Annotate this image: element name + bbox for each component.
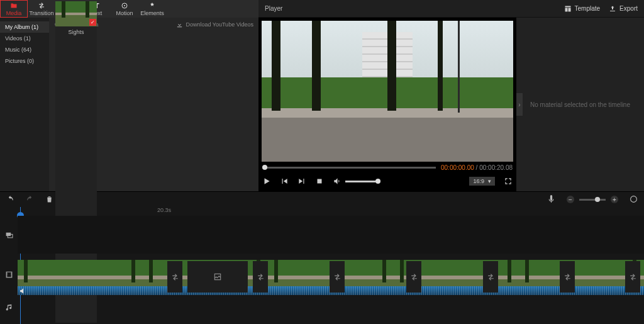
time-total: 00:00:20.08 [479,164,513,171]
tab-label: Motion [116,10,133,16]
overlay-icon [5,231,13,239]
scrub-bar[interactable]: 00:00:00.00 / 00:00:20.08 [262,163,513,172]
sidebar-item-myalbum[interactable]: My Album (1) [0,21,49,33]
module-tabs: Media Transition Effect Text Motion Elem… [0,0,258,18]
tab-motion[interactable]: Motion [111,0,138,18]
player-title: Player [265,5,282,12]
clip-label: Sights [68,29,84,35]
delete-button[interactable] [45,195,53,204]
sidebar-item-pictures[interactable]: Pictures (0) [0,55,49,67]
film-icon [5,271,13,279]
transition-slot[interactable] [167,261,182,293]
volume-control[interactable] [333,177,380,186]
swap-icon [564,273,572,281]
zoom-out-button[interactable]: − [567,196,574,203]
clip-waveform [18,286,160,291]
swap-icon [333,273,341,281]
undo-button[interactable] [6,195,14,204]
media-panel: Media Transition Effect Text Motion Elem… [0,0,258,191]
elements-icon [148,2,157,9]
template-button[interactable]: Template [564,5,601,13]
template-icon [564,5,572,13]
scrub-handle[interactable] [262,165,267,170]
redo-button[interactable] [26,195,34,204]
transition-slot[interactable] [330,261,345,293]
chevron-down-icon: ▾ [488,178,491,184]
next-frame-button[interactable] [297,177,306,186]
folder-icon [9,2,18,9]
tab-media[interactable]: Media [0,0,28,18]
swap-icon [171,273,179,281]
video-track-toggle[interactable] [0,254,18,295]
media-categories: My Album (1) Videos (1) Music (64) Pictu… [0,18,49,191]
transition-slot[interactable] [253,261,268,293]
swap-icon [487,273,495,281]
swap-icon [257,273,265,281]
audio-track-toggle[interactable] [0,295,18,319]
tab-label: Transition [29,10,53,16]
transition-slot[interactable] [625,261,640,293]
sidebar-item-music[interactable]: Music (64) [0,44,49,55]
time-current: 00:00:00.00 [441,164,474,171]
swap-icon [410,273,418,281]
export-button[interactable]: Export [609,5,638,13]
zoom-fit-button[interactable] [630,195,638,204]
transition-slot[interactable] [483,261,498,293]
tab-label: Media [6,10,22,16]
clip-audio-icon[interactable] [19,287,27,291]
panel-collapse-toggle[interactable]: › [516,93,523,116]
timeline-tracks[interactable]: 20.3s [18,207,644,324]
video-preview[interactable] [262,21,513,162]
ruler-mark: 20.3s [157,207,171,213]
transition-icon [37,2,46,9]
properties-panel: › No material selected on the timeline [516,18,644,191]
video-clip-sights[interactable] [18,260,160,291]
zoom-handle[interactable] [595,197,600,202]
download-icon [176,21,183,28]
download-label: Download YouTube Videos [186,21,253,28]
audio-mixer-button[interactable] [547,195,555,204]
check-icon: ✓ [89,19,96,26]
prev-frame-button[interactable] [280,177,289,186]
properties-empty-text: No material selected on the timeline [530,101,630,108]
tab-transition[interactable]: Transition [28,0,55,18]
player-panel: Player Template Export 00:00:00.0 [258,0,644,191]
image-icon [213,272,222,281]
tab-label: Elements [140,10,164,16]
play-button[interactable] [262,177,271,186]
volume-handle[interactable] [375,179,380,184]
transition-slot[interactable] [406,261,421,293]
overlay-track-toggle[interactable] [0,216,18,254]
aspect-ratio-select[interactable]: 16:9▾ [469,177,495,186]
svg-rect-2 [318,179,322,184]
export-icon [609,5,616,13]
volume-icon [333,177,341,186]
empty-clip-slot[interactable] [187,261,248,293]
tab-elements[interactable]: Elements [138,0,166,18]
time-ruler[interactable]: 20.3s [18,207,644,216]
sidebar-item-videos[interactable]: Videos (1) [0,33,49,44]
swap-icon [629,273,637,281]
svg-point-3 [631,196,637,202]
music-icon [5,303,13,311]
svg-point-1 [124,5,125,6]
zoom-control[interactable]: − + [567,196,618,203]
fullscreen-button[interactable] [504,177,513,186]
download-youtube[interactable]: Download YouTube Videos [176,21,253,28]
timeline-panel: − + 20.3s [0,191,644,324]
zoom-in-button[interactable]: + [611,196,618,203]
zoom-slider[interactable] [579,199,606,201]
transition-slot[interactable] [560,261,575,293]
motion-icon [120,2,129,9]
stop-button[interactable] [315,177,324,186]
